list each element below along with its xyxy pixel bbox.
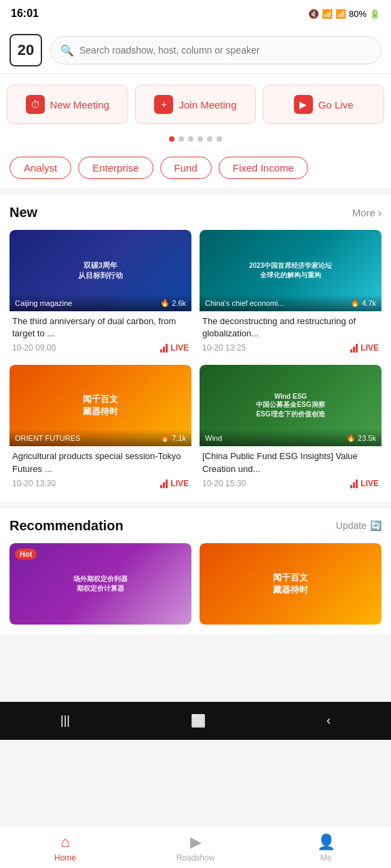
- join-meeting-button[interactable]: + Join Meeting: [135, 85, 257, 124]
- hot-badge: Hot: [15, 549, 37, 559]
- card-source: ORIENT FUTURES: [15, 434, 80, 442]
- wifi-icon: 📶: [322, 9, 333, 19]
- new-meeting-icon: ⏱: [26, 95, 45, 114]
- refresh-icon: 🔄: [370, 520, 381, 531]
- recent-apps-button[interactable]: |||: [60, 713, 70, 728]
- home-button[interactable]: ⬜: [191, 713, 206, 728]
- card-live: LIVE: [350, 479, 379, 488]
- signal-icon: 📶: [335, 9, 346, 19]
- category-tabs: Analyst Enterprise Fund Fixed Income: [0, 150, 391, 189]
- system-nav: ||| ⬜ ‹: [0, 702, 391, 740]
- carousel-dots: [0, 131, 391, 150]
- card-thumbnail: 双碳3周年 从目标到行动 Caijing magazine 🔥 2.6k: [10, 230, 191, 311]
- battery-text: 80%: [349, 9, 367, 19]
- nav-roadshow[interactable]: ▶ Roadshow: [130, 833, 261, 863]
- card-source: Wind: [205, 434, 222, 442]
- new-section: New More › 双碳3周年 从目标到行动 Caijing magazine…: [0, 195, 391, 502]
- status-time: 16:01: [11, 7, 39, 20]
- card-time: 10-20 09:00: [12, 343, 56, 353]
- card-time: 10-20 13:25: [202, 343, 246, 353]
- go-live-button[interactable]: ▶ Go Live: [263, 85, 384, 124]
- category-fixed-income[interactable]: Fixed Income: [219, 157, 308, 179]
- card-title: [China Public Fund ESG Insights] Value C…: [200, 446, 381, 476]
- battery-icon: 🔋: [369, 9, 380, 19]
- calendar-day: 20: [18, 43, 34, 58]
- card-time: 10-20 15:30: [202, 479, 246, 488]
- card-thumbnail: 场外期权定价利器 期权定价计算器 Hot: [10, 543, 191, 625]
- new-meeting-button[interactable]: ⏱ New Meeting: [7, 85, 128, 124]
- category-fund[interactable]: Fund: [160, 157, 212, 179]
- action-buttons: ⏱ New Meeting + Join Meeting ▶ Go Live: [0, 74, 391, 131]
- rec-update-button[interactable]: Update 🔄: [336, 520, 381, 531]
- go-live-label: Go Live: [318, 99, 354, 111]
- nav-home[interactable]: ⌂ Home: [0, 833, 130, 863]
- table-row[interactable]: 双碳3周年 从目标到行动 Caijing magazine 🔥 2.6k The…: [10, 230, 191, 357]
- search-bar[interactable]: 🔍: [50, 36, 381, 64]
- table-row[interactable]: 闻千百文 藏器待时 ORIENT FUTURES 🔥 7.1k Agricult…: [10, 365, 191, 492]
- mute-icon: 🔇: [308, 9, 319, 19]
- dot-5[interactable]: [207, 136, 212, 142]
- recommendation-section: Recommendation Update 🔄 场外期权定价利器 期权定价计算器…: [0, 509, 391, 634]
- card-source: China's chief economi...: [205, 299, 284, 307]
- dot-2[interactable]: [179, 136, 184, 142]
- nav-home-label: Home: [54, 853, 76, 863]
- new-cards-grid: 双碳3周年 从目标到行动 Caijing magazine 🔥 2.6k The…: [10, 230, 381, 492]
- card-live: LIVE: [350, 343, 379, 353]
- card-views: 🔥 2.6k: [160, 298, 186, 307]
- back-button[interactable]: ‹: [327, 713, 331, 728]
- rec-header: Recommendation Update 🔄: [10, 518, 381, 534]
- nav-me-label: Me: [320, 853, 332, 863]
- me-icon: 👤: [317, 833, 335, 851]
- card-meta: 10-20 13:25 LIVE: [200, 341, 381, 357]
- card-live: LIVE: [160, 343, 189, 353]
- header: 20 🔍: [0, 27, 391, 74]
- dot-3[interactable]: [188, 136, 193, 142]
- rec-cards-grid: 场外期权定价利器 期权定价计算器 Hot 闻千百文 藏器待时: [10, 543, 381, 625]
- new-meeting-label: New Meeting: [50, 99, 110, 111]
- dot-1[interactable]: [169, 136, 174, 142]
- dot-4[interactable]: [198, 136, 203, 142]
- table-row[interactable]: 2023中国首席经济学家论坛 全球化的解构与重构 China's chief e…: [200, 230, 381, 357]
- card-views: 🔥 4.7k: [350, 298, 376, 307]
- nav-me[interactable]: 👤 Me: [261, 833, 391, 863]
- new-section-more[interactable]: More ›: [352, 207, 381, 218]
- nav-roadshow-label: Roadshow: [176, 853, 215, 863]
- card-views: 🔥 7.1k: [160, 433, 186, 442]
- search-icon: 🔍: [60, 44, 74, 57]
- card-source: Caijing magazine: [15, 299, 72, 307]
- status-icons: 🔇 📶 📶 80% 🔋: [308, 9, 380, 19]
- new-section-header: New More ›: [10, 205, 381, 220]
- card-title: The third anniversary of dual carbon, fr…: [10, 311, 191, 341]
- home-icon: ⌂: [60, 833, 69, 851]
- card-views: 🔥 23.5k: [346, 433, 376, 442]
- new-section-title: New: [10, 205, 37, 220]
- card-time: 10-20 13:30: [12, 479, 56, 488]
- category-analyst[interactable]: Analyst: [10, 157, 71, 179]
- calendar-icon[interactable]: 20: [10, 34, 42, 66]
- go-live-icon: ▶: [294, 95, 313, 114]
- card-thumbnail: 闻千百文 藏器待时: [200, 543, 381, 625]
- join-meeting-icon: +: [154, 95, 173, 114]
- dot-6[interactable]: [217, 136, 222, 142]
- card-title: The deconstructing and restructuring of …: [200, 311, 381, 341]
- card-thumbnail: 闻千百文 藏器待时 ORIENT FUTURES 🔥 7.1k: [10, 365, 191, 446]
- card-meta: 10-20 15:30 LIVE: [200, 477, 381, 492]
- rec-title: Recommendation: [10, 518, 124, 534]
- status-bar: 16:01 🔇 📶 📶 80% 🔋: [0, 0, 391, 27]
- list-item[interactable]: 闻千百文 藏器待时: [200, 543, 381, 625]
- card-live: LIVE: [160, 479, 189, 488]
- card-thumbnail: Wind ESG 中国公募基金ESG洞察 ESG理念下的价值创造 Wind 🔥 …: [200, 365, 381, 446]
- list-item[interactable]: 场外期权定价利器 期权定价计算器 Hot: [10, 543, 191, 625]
- card-meta: 10-20 13:30 LIVE: [10, 477, 191, 492]
- card-title: Agricultural products special session-To…: [10, 446, 191, 476]
- card-thumbnail: 2023中国首席经济学家论坛 全球化的解构与重构 China's chief e…: [200, 230, 381, 311]
- join-meeting-label: Join Meeting: [179, 99, 236, 111]
- card-meta: 10-20 09:00 LIVE: [10, 341, 191, 357]
- roadshow-icon: ▶: [190, 833, 202, 851]
- search-input[interactable]: [79, 45, 371, 56]
- bottom-nav: ⌂ Home ▶ Roadshow 👤 Me: [0, 826, 391, 868]
- category-enterprise[interactable]: Enterprise: [78, 157, 153, 179]
- table-row[interactable]: Wind ESG 中国公募基金ESG洞察 ESG理念下的价值创造 Wind 🔥 …: [200, 365, 381, 492]
